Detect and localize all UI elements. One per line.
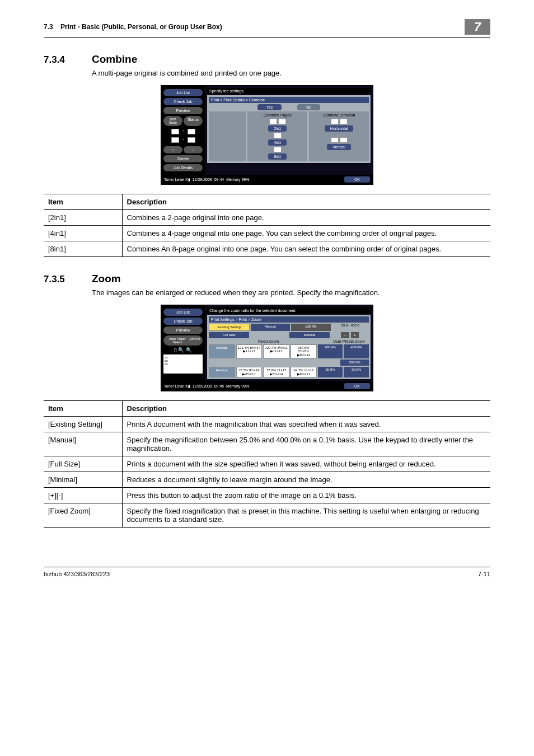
section-number: 7.3.4 [44,54,92,66]
header-section-title: Print - Basic (Public, Personal, or Grou… [60,23,222,31]
no-tab[interactable]: No [297,104,320,110]
job-details-button[interactable]: Job Details [163,164,203,171]
vertical-button[interactable]: Vertical [327,144,351,150]
zoom-preset[interactable]: 154.5% 5½×8½ ▶8½×14 [291,344,317,359]
toner-label: Toner Level [164,178,184,181]
doc-icon [171,137,179,143]
col-item: Item [44,401,122,417]
doc-icon [171,129,179,134]
section-intro: The images can be enlarged or reduced wh… [92,288,490,297]
combine-table: Item Description [2in1]Combines a 2-page… [44,194,490,257]
down-button[interactable]: ↓ [184,146,203,153]
table-row: [Manual]Specify the magnification betwee… [44,432,490,456]
direction-icon: N [331,137,339,143]
check-job-button[interactable]: Check Job [163,98,203,105]
table-row: [Full Size]Prints a document with the si… [44,456,490,472]
date-value: 12/29/2009 [193,178,212,181]
date-value: 12/29/2009 [193,384,212,388]
check-job-button[interactable]: Check Job [163,318,203,325]
horizontal-button[interactable]: Horizontal [325,125,354,132]
direction-icon [340,119,348,124]
header-section-no: 7.3 [44,23,53,31]
table-row: [Fixed Zoom]Specify the fixed magnificat… [44,503,490,528]
section-title: Zoom [92,273,121,285]
zoom-preset[interactable]: 200.0% [318,344,343,359]
2in1-button[interactable]: 2in1 [268,125,287,132]
8in1-button[interactable]: 8in1 [268,153,287,160]
combine-pages-heading: Combine Pages [249,113,306,117]
combine-screenshot: Job List Check Job Preview 2007ReadyStat… [161,85,373,185]
yes-tab[interactable]: Yes [257,104,282,110]
direction-icon: Z [331,119,339,124]
combine-preset-icon [274,133,282,138]
reduce-label: Reduce [209,367,235,377]
direction-icon [340,137,348,143]
table-row: [4in1]Combines a 4-page original into on… [44,226,490,241]
pct-100-display: 100.0% [291,324,331,331]
preview-button[interactable]: Preview [163,107,203,114]
breadcrumb: Print > Print Details > Combine [209,97,369,103]
memory-label: Memory [226,384,240,388]
top-message: Specify the settings. [207,88,371,94]
ok-button[interactable]: OK [344,176,370,183]
user-preset-button[interactable]: 200.0% [340,360,369,366]
zoom-preset[interactable]: 129.4% 8½×11 ▶11×17 [263,344,289,359]
time-value: 09:44 [214,178,224,181]
up-button[interactable]: ↑ [163,146,182,153]
col-desc: Description [122,194,490,210]
footer-model: bizhub 423/363/283/223 [44,571,110,577]
job-list-button[interactable]: Job List [163,89,203,96]
existing-setting-button[interactable]: Existing Setting [209,324,250,331]
time-value: 09:45 [214,384,224,388]
table-row: [2in1]Combines a 2-page original into on… [44,210,490,226]
user-preset-button[interactable]: 50.0% [344,367,369,377]
page-header: 7.3 Print - Basic (Public, Personal, or … [44,19,490,38]
combine-direction-heading: Combine Direction [311,113,367,117]
zoom-preset[interactable]: 121.4% 8½×14 ▶11×17 [236,344,263,359]
section-title: Combine [92,53,137,66]
zoom-screenshot: Job List Check Job Preview Auto Paper Se… [161,305,373,391]
combine-preset-icon [278,119,286,124]
zoom-preset[interactable]: 64.7% 11×17 ▶8½×11 [291,367,317,377]
memory-pct: 99% [241,178,249,181]
zoom-preset[interactable]: 78.5% 8½×14 ▶8½×11 [236,367,263,377]
footer-page: 7-11 [478,571,490,577]
table-row: [+][-]Press this button to adjust the zo… [44,488,490,503]
manual-button[interactable]: Manual [251,324,291,331]
auto-paper-label: Auto Paper Select [166,337,189,344]
section-number: 7.3.5 [44,274,92,285]
user-preset-button[interactable]: 400.0% [344,344,369,359]
breadcrumb: Print Settings > Print > Zoom [209,316,369,323]
top-message: Change the zoom ratio for the selected d… [207,307,371,314]
zoom-preset[interactable]: 50.0% [318,367,343,377]
job-list-button[interactable]: Job List [163,309,203,316]
minus-button[interactable]: − [341,332,349,338]
fixed-zoom-heading: Fixed Zoom [209,339,328,343]
chapter-badge: 7 [465,19,490,35]
combine-icon [188,129,195,134]
ok-button[interactable]: OK [344,383,370,389]
section-intro: A multi-page original is combined and pr… [92,69,490,77]
col-desc: Description [122,401,490,417]
memory-label: Memory [226,178,240,181]
table-row: [8in1]Combines An 8-page original into o… [44,241,490,257]
minimal-button[interactable]: Minimal [289,332,330,338]
status-button[interactable]: Status [184,116,203,126]
col-item: Item [44,194,122,210]
combine-preset-icon: 1 2 [269,119,277,124]
toner-label: Toner Level [164,384,184,388]
page-footer: bizhub 423/363/283/223 7-11 [44,567,490,577]
zoom-preset[interactable]: 77.2% 11×17 ▶8½×14 [263,367,289,377]
table-row: [Existing Setting]Prints A document with… [44,417,490,432]
plus-button[interactable]: + [351,332,359,338]
combine-preset-icon [274,147,282,152]
full-size-button[interactable]: Full Size [209,332,249,338]
pct-100: 100.0% [189,337,200,344]
user-preset-heading: User Preset Zoom [329,339,369,343]
4in1-button[interactable]: 4in1 [268,139,287,146]
combine-icon [188,137,195,143]
memory-pct: 99% [241,384,249,388]
delete-button[interactable]: Delete [163,155,203,162]
zoom-table: Item Description [Existing Setting]Print… [44,400,490,528]
preview-button[interactable]: Preview [163,326,203,334]
